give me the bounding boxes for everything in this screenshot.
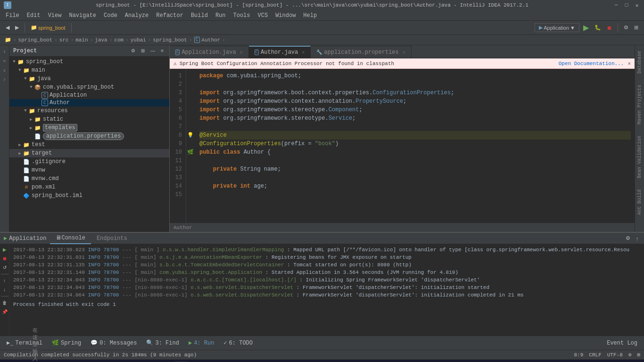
close-button[interactable]: ✕ xyxy=(634,2,640,8)
menu-run[interactable]: Run xyxy=(212,11,230,20)
menu-view[interactable]: View xyxy=(44,11,66,20)
project-collapse-button[interactable]: — xyxy=(149,47,157,54)
right-tab-maven[interactable]: Maven Projects xyxy=(636,81,643,128)
tab-application-java[interactable]: C Application.java ✕ xyxy=(170,46,249,58)
tool-event-log[interactable]: Event Log xyxy=(604,339,640,347)
tool-todo[interactable]: ✓ 6: TODO xyxy=(221,338,256,347)
menu-code[interactable]: Code xyxy=(100,11,121,20)
tree-item-main[interactable]: ▼ 📁 main xyxy=(9,66,169,74)
tool-messages[interactable]: 💬 0: Messages xyxy=(88,338,140,347)
menu-refactor[interactable]: Refactor xyxy=(152,11,187,20)
tree-item-resources[interactable]: ▼ 📁 resources xyxy=(9,107,169,115)
encoding[interactable]: UTF-8 xyxy=(607,352,623,358)
layout-button[interactable]: ⊞ xyxy=(632,24,640,32)
toolbar-back-button[interactable]: ◀ xyxy=(4,24,11,32)
project-gear-button[interactable]: ≡ xyxy=(159,47,165,54)
menu-navigate[interactable]: Navigate xyxy=(65,11,100,20)
tab-props-close[interactable]: ✕ xyxy=(403,49,405,55)
right-tab-ant[interactable]: Ant Build xyxy=(636,186,643,219)
tool-run[interactable]: ▶ 4: Run xyxy=(186,338,217,347)
tree-item-mvnw-cmd[interactable]: 📄 mvnw.cmd xyxy=(9,174,169,183)
left-icon-3[interactable]: 2 xyxy=(0,66,9,74)
breadcrumb-project[interactable]: 📁 xyxy=(5,37,11,43)
menu-analyze[interactable]: Analyze xyxy=(121,11,152,20)
settings-button[interactable]: ⚙ xyxy=(622,24,630,32)
bottom-expand-button[interactable]: ↑ xyxy=(634,235,641,242)
breadcrumb-com[interactable]: com xyxy=(114,37,124,43)
menu-window[interactable]: Window xyxy=(272,11,299,20)
breadcrumb-yubai[interactable]: yubai xyxy=(131,37,146,43)
bottom-settings-button[interactable]: ⚙ xyxy=(624,234,632,242)
run-config-dropdown[interactable]: ▶ Application ▼ xyxy=(535,23,579,32)
tree-item-application[interactable]: C Application xyxy=(9,91,169,99)
breadcrumb-author[interactable]: Author xyxy=(202,37,221,43)
project-name-button[interactable]: 📁 spring_boot xyxy=(29,24,67,32)
line-separator[interactable]: CRLF xyxy=(589,352,601,358)
console-scroll-up[interactable]: ↑ xyxy=(1,277,8,284)
project-panel-header: Project ⚙ ⊞ — ≡ xyxy=(9,45,169,57)
bottom-tab-console[interactable]: 🖥 Console xyxy=(50,233,91,244)
toolbar-forward-button[interactable]: ▶ xyxy=(13,24,21,32)
breadcrumb-src[interactable]: src xyxy=(59,37,69,43)
breadcrumb-java[interactable]: java xyxy=(95,37,107,43)
warning-close-button[interactable]: ✕ xyxy=(627,60,631,66)
menu-help[interactable]: Help xyxy=(299,11,321,20)
menu-build[interactable]: Build xyxy=(187,11,212,20)
code-content[interactable]: package com.yubai.spring_boot; import or… xyxy=(196,69,635,222)
menu-file[interactable]: File xyxy=(2,11,23,20)
maximize-button[interactable]: □ xyxy=(623,2,630,8)
stop-button[interactable]: ⏹ xyxy=(605,24,614,32)
bottom-tab-endpoints[interactable]: Endpoints xyxy=(91,233,133,244)
menu-edit[interactable]: Edit xyxy=(23,11,44,20)
tree-item-test[interactable]: ▶ 📁 test xyxy=(9,140,169,149)
tree-item-target[interactable]: ▶ 📁 target xyxy=(9,149,169,157)
open-documentation-link[interactable]: Open Documentation... xyxy=(559,61,624,66)
run-button[interactable]: ▶ xyxy=(581,22,591,33)
tab-author-java[interactable]: C Author.java ✕ xyxy=(249,46,311,58)
tree-item-iml[interactable]: 🔷 spring_boot.iml xyxy=(9,191,169,200)
tree-item-package[interactable]: ▼ 📦 com.yubai.spring_boot xyxy=(9,83,169,91)
tool-terminal[interactable]: ▶_ Terminal xyxy=(4,338,45,347)
tab-author-close[interactable]: ✕ xyxy=(302,49,305,55)
left-icon-1[interactable]: 1 xyxy=(0,47,9,56)
code-line-11 xyxy=(199,156,631,165)
tab-app-properties[interactable]: 🔧 application.properties ✕ xyxy=(311,46,411,58)
application-class-icon: C xyxy=(41,92,48,99)
project-expand-button[interactable]: ⊞ xyxy=(139,47,147,54)
tree-item-java[interactable]: ▼ 📁 java xyxy=(9,74,169,83)
debug-button[interactable]: 🐛 xyxy=(593,24,603,32)
right-tab-database[interactable]: Database xyxy=(636,47,643,77)
project-settings-button[interactable]: ⚙ xyxy=(129,47,137,54)
minimize-button[interactable]: ─ xyxy=(613,2,619,8)
breadcrumb-main[interactable]: main xyxy=(75,37,88,43)
expand-icon[interactable]: ⊞ xyxy=(637,352,640,358)
tree-item-templates[interactable]: ▶ 📁 templates xyxy=(9,123,169,132)
console-clear-button[interactable]: 🗑 xyxy=(0,299,9,306)
tree-item-app-properties[interactable]: 📄 application.properties xyxy=(9,132,169,140)
settings-icon[interactable]: ⚙ xyxy=(628,352,632,358)
console-scroll-down[interactable]: ↓ xyxy=(1,286,8,293)
tree-item-pom[interactable]: m pom.xml xyxy=(9,183,169,191)
console-output[interactable]: 2017-08-13 22:32:30.623 INFO 78700 --- [… xyxy=(9,244,644,336)
tab-app-close[interactable]: ✕ xyxy=(240,49,243,55)
breadcrumb-spring-boot[interactable]: spring_boot xyxy=(18,37,53,43)
tree-item-gitignore[interactable]: 📄 .gitignore xyxy=(9,157,169,166)
tool-find[interactable]: 🔍 3: Find xyxy=(143,338,182,347)
console-restart-button[interactable]: ↺ xyxy=(1,264,8,271)
tree-item-static[interactable]: ▶ 📁 static xyxy=(9,115,169,123)
breadcrumb-spring-boot-2[interactable]: spring_boot xyxy=(153,37,187,43)
tree-item-mvnw[interactable]: 📄 mvnw xyxy=(9,166,169,174)
console-stop-button[interactable]: ⏹ xyxy=(0,255,9,262)
cursor-position[interactable]: 8:9 xyxy=(574,352,584,358)
tree-item-author[interactable]: C Author xyxy=(9,99,169,107)
left-icon-4[interactable]: 7 xyxy=(0,75,9,84)
gutter-lightbulb[interactable]: 💡 xyxy=(187,131,195,140)
menu-tools[interactable]: Tools xyxy=(230,11,254,20)
right-tab-bean[interactable]: Bean Validation xyxy=(636,132,643,182)
tool-spring[interactable]: 🌿 Spring xyxy=(49,338,84,347)
console-pin-button[interactable]: 📌 xyxy=(0,308,9,315)
console-run-button[interactable]: ▶ xyxy=(1,246,8,253)
left-icon-2[interactable]: S xyxy=(0,57,9,65)
tree-item-spring-boot[interactable]: ▼ 📁 spring_boot xyxy=(9,58,169,66)
menu-vcs[interactable]: VCS xyxy=(254,11,272,20)
